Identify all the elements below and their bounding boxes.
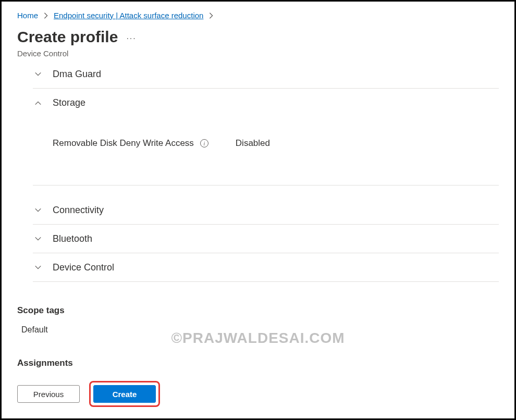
accordion-label: Device Control [53,262,114,273]
accordion-label: Storage [53,97,85,108]
accordion-label: Connectivity [53,205,104,216]
page-subtitle: Device Control [17,49,499,58]
scope-tags-heading: Scope tags [17,305,499,316]
chevron-up-icon [33,100,43,107]
create-button[interactable]: Create [93,385,156,403]
chevron-down-icon [33,235,43,242]
more-actions-icon[interactable]: ··· [126,31,136,43]
chevron-down-icon [33,70,43,78]
chevron-right-icon [207,12,215,19]
accordion-connectivity[interactable]: Connectivity [33,196,499,225]
chevron-down-icon [33,206,43,214]
assignments-heading: Assignments [17,358,499,368]
accordion-device-control[interactable]: Device Control [33,253,499,282]
chevron-down-icon [33,264,43,271]
accordion-storage[interactable]: Storage [33,89,499,117]
setting-value: Disabled [236,138,270,149]
accordion-bluetooth[interactable]: Bluetooth [33,225,499,253]
footer-actions: Previous Create [2,372,514,418]
scope-tags-value: Default [17,325,499,335]
storage-setting-row: Removable Disk Deny Write Access i Disab… [33,117,499,186]
info-icon[interactable]: i [200,139,208,147]
chevron-right-icon [42,12,50,19]
accordion-label: Dma Guard [53,69,101,80]
breadcrumb: Home Endpoint security | Attack surface … [17,11,499,20]
previous-button[interactable]: Previous [17,385,80,403]
accordion-label: Bluetooth [53,233,92,244]
highlight-annotation: Create [89,381,160,407]
setting-label: Removable Disk Deny Write Access [53,138,194,149]
page-title: Create profile [17,28,118,46]
accordion-dma-guard[interactable]: Dma Guard [33,60,499,89]
breadcrumb-home[interactable]: Home [17,11,38,20]
breadcrumb-endpoint-security[interactable]: Endpoint security | Attack surface reduc… [54,11,203,20]
